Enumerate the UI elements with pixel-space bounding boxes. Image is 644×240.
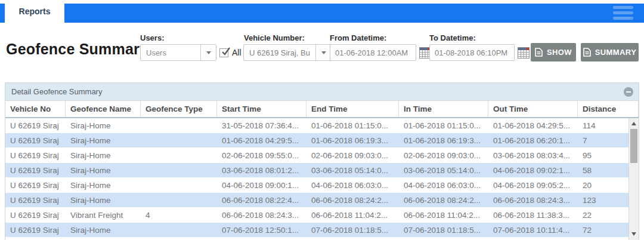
tab-reports[interactable]: Reports (5, 0, 64, 23)
table-cell: 72 (578, 223, 628, 237)
table-cell: 01-06-2018 06:19:3... (306, 133, 399, 147)
table-cell: 03-06-2018 05:14:0... (306, 163, 399, 177)
table-cell (141, 118, 217, 133)
table-cell: 22 (578, 208, 628, 222)
table-cell: 01-06-2018 01:15:0... (306, 118, 399, 133)
table-cell: 02-06-2018 09:03:0... (399, 148, 488, 162)
table-cell: 07-06-2018 01:18:5... (399, 223, 488, 237)
table-cell: Siraj-Home (66, 148, 141, 162)
table-cell: 58 (578, 163, 628, 177)
scrollbar-thumb[interactable] (630, 129, 637, 163)
column-header[interactable]: Out Time (488, 101, 578, 117)
top-bar-accent (0, 4, 644, 23)
table-cell (141, 163, 217, 177)
filter-header: Geofence Summary Users: Users All Vehicl… (0, 23, 644, 82)
table-cell (141, 148, 217, 162)
column-header[interactable]: Vehicle No (5, 101, 66, 117)
table-cell: U 62619 Siraj (5, 178, 66, 192)
checkbox-checked-icon (219, 48, 228, 57)
table-cell: 02-06-2018 09:55:0... (217, 148, 306, 162)
to-datetime-label: To Datetime: (429, 33, 476, 42)
table-cell: 04-06-2018 09:02:1... (488, 163, 578, 177)
show-button[interactable]: SHOW (531, 43, 576, 61)
table-cell: 06-06-2018 11:04:2... (306, 208, 399, 222)
column-header[interactable]: Distance (578, 101, 639, 117)
vehicle-number-select[interactable]: U 62619 Siraj, Bu (243, 44, 332, 61)
top-bar: Reports (0, 0, 644, 23)
table-header-row: Vehicle NoGeofence NameGeofence TypeStar… (5, 101, 639, 118)
vehicle-number-label: Vehicle Number: (244, 33, 305, 42)
table-cell: 03-06-2018 08:03:4... (488, 148, 578, 162)
column-header[interactable]: Geofence Name (66, 101, 141, 117)
column-header[interactable]: Start Time (217, 101, 306, 117)
table-row[interactable]: U 62619 SirajSiraj-Home07-06-2018 12:50:… (5, 223, 628, 238)
table-cell: 114 (578, 118, 628, 133)
table-cell: Siraj-Home (66, 133, 141, 147)
users-select-value: Users (141, 48, 200, 57)
table-row[interactable]: U 62619 SirajSiraj-Home31-05-2018 07:36:… (5, 118, 628, 133)
table-row[interactable]: U 62619 SirajSiraj-Home04-06-2018 09:00:… (5, 178, 628, 193)
table-cell: 06-06-2018 08:24:3... (217, 208, 306, 222)
scroll-down-icon[interactable] (629, 230, 639, 238)
table-cell: 04-06-2018 09:00:1... (217, 178, 306, 192)
chevron-down-icon (315, 45, 331, 60)
users-label: Users: (140, 33, 164, 42)
table-cell: 06-06-2018 08:24:2... (399, 193, 488, 207)
table-cell (141, 133, 217, 147)
table-cell: Siraj-Home (66, 193, 141, 207)
detail-geofence-panel: Detail Geofence Summary Vehicle NoGeofen… (5, 82, 639, 240)
table-cell: 07-06-2018 10:11:4... (488, 223, 578, 237)
show-button-label: SHOW (547, 48, 572, 57)
document-icon (583, 48, 591, 57)
hamburger-menu-icon[interactable] (613, 6, 633, 20)
table-cell: Siraj-Home (66, 163, 141, 177)
table-cell (141, 223, 217, 237)
table-cell: U 62619 Siraj (5, 133, 66, 147)
to-calendar-icon[interactable] (518, 47, 530, 59)
table-cell: Siraj-Home (66, 178, 141, 192)
table-cell: 04-06-2018 09:05:2... (488, 178, 578, 192)
table-cell: U 62619 Siraj (5, 223, 66, 237)
table-body-rows: U 62619 SirajSiraj-Home31-05-2018 07:36:… (5, 118, 628, 238)
table-row[interactable]: U 62619 SirajSiraj-Home02-06-2018 09:55:… (5, 148, 628, 163)
app-window: Reports Geofence Summary Users: Users Al… (0, 0, 644, 240)
table-cell: 31-05-2018 07:36:4... (217, 118, 306, 133)
to-datetime-input[interactable] (429, 44, 515, 61)
table-cell: 01-06-2018 06:20:1... (488, 133, 578, 147)
column-header[interactable]: In Time (399, 101, 488, 117)
users-select[interactable]: Users (140, 44, 216, 61)
panel-header: Detail Geofence Summary (5, 83, 639, 101)
table-cell: 01-06-2018 04:29:5... (217, 133, 306, 147)
table-cell: U 62619 Siraj (5, 118, 66, 133)
table-cell (141, 178, 217, 192)
document-icon (535, 48, 543, 57)
table-cell: U 62619 Siraj (5, 193, 66, 207)
vehicle-number-select-value: U 62619 Siraj, Bu (244, 48, 315, 57)
table-cell: 06-06-2018 08:24:3... (488, 193, 578, 207)
table-cell: 01-06-2018 01:15:0... (399, 118, 488, 133)
table-cell: 03-06-2018 08:01:2... (217, 163, 306, 177)
table-cell: 07-06-2018 12:50:1... (217, 223, 306, 237)
column-header[interactable]: Geofence Type (141, 101, 217, 117)
scroll-up-icon[interactable] (629, 119, 639, 128)
table-row[interactable]: U 62619 SirajVibrant Freight406-06-2018 … (5, 208, 628, 223)
column-header[interactable]: End Time (306, 101, 399, 117)
chevron-down-icon (200, 45, 216, 60)
table-cell: 03-06-2018 05:14:0... (399, 163, 488, 177)
table-cell: 123 (578, 193, 628, 207)
summary-button[interactable]: SUMMARY (581, 43, 639, 61)
page-title: Geofence Summary (6, 41, 148, 58)
vertical-scrollbar[interactable] (628, 118, 639, 240)
all-checkbox[interactable]: All (219, 48, 242, 57)
from-datetime-input[interactable] (330, 44, 416, 61)
table-cell: U 62619 Siraj (5, 163, 66, 177)
collapse-minus-icon[interactable] (624, 87, 633, 97)
table-row[interactable]: U 62619 SirajSiraj-Home03-06-2018 08:01:… (5, 163, 628, 178)
table-cell: 07-06-2018 01:18:5... (306, 223, 399, 237)
table-cell: 7 (578, 133, 628, 147)
table-cell: 06-06-2018 08:22:4... (217, 193, 306, 207)
table-row[interactable]: U 62619 SirajSiraj-Home01-06-2018 04:29:… (5, 133, 628, 148)
table-row[interactable]: U 62619 SirajSiraj-Home06-06-2018 08:22:… (5, 193, 628, 208)
panel-title: Detail Geofence Summary (11, 87, 102, 96)
from-datetime-label: From Datetime: (330, 33, 386, 42)
